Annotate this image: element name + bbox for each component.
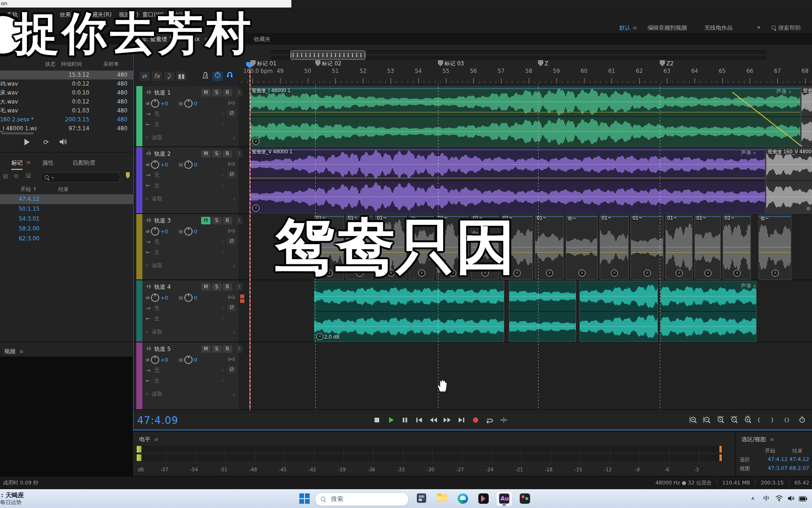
pan-envelope-line[interactable]: [666, 252, 692, 253]
tab-favorites[interactable]: 收藏夹: [254, 35, 271, 43]
transport-loop-playback-button[interactable]: [484, 415, 495, 426]
timeline-overview-scrollbar[interactable]: [271, 50, 767, 60]
search-dropdown-arrow[interactable]: ▾: [52, 175, 54, 180]
workspace-tab-1[interactable]: 编辑音频到视频: [648, 24, 687, 32]
pan-knob[interactable]: [184, 160, 193, 169]
clip-track3-13[interactable]: 01~ıl: [723, 214, 751, 280]
files-hscrollbar[interactable]: [1, 132, 34, 135]
transport-zoom-out-vertical-button[interactable]: [701, 415, 713, 426]
record-arm-button[interactable]: R: [223, 150, 232, 158]
marker-add-icon[interactable]: ▤: [3, 173, 8, 179]
clip-track3-7[interactable]: 01~ıl: [535, 214, 564, 280]
transport-skip-selection-button[interactable]: [498, 415, 509, 426]
taskbar-widget-line1[interactable]: : 天蝎座: [1, 491, 24, 500]
file-row-5[interactable]: 160 2.sesx *200:3.15480: [0, 115, 133, 124]
file-row-2[interactable]: 床.wav0:0.10480: [0, 88, 133, 97]
clip-track3-8[interactable]: 你~ıl: [566, 214, 598, 280]
pan-dropdown-track4[interactable]: 声像 ∨: [741, 282, 756, 289]
file-row-1[interactable]: 鸡.wav0:0.12480: [0, 79, 133, 88]
markers-panel-menu-icon[interactable]: ≡: [26, 159, 31, 166]
volume-knob[interactable]: [151, 99, 159, 108]
clip-track1-main[interactable]: 鸳鸯债_I 48000 1ıl: [250, 87, 801, 147]
input-monitor-button[interactable]: I: [236, 89, 242, 96]
clip-track4-1[interactable]: [509, 281, 576, 342]
transport-zoom-out-horizontal-button[interactable]: [728, 415, 740, 426]
levels-menu-icon[interactable]: ≡: [154, 437, 158, 443]
input-monitor-button[interactable]: I: [236, 345, 242, 353]
volume-envelope-line[interactable]: [250, 150, 765, 150]
transport-zoom-selection-button[interactable]: {}: [782, 415, 795, 426]
clip-track3-14[interactable]: 你~ıl: [758, 214, 791, 280]
loop-playback-icon[interactable]: ⟳: [43, 138, 49, 146]
clip-gain-knob[interactable]: ıl: [772, 270, 779, 277]
transport-fast-forward-button[interactable]: [441, 415, 453, 426]
marker-row-4[interactable]: 62:3.00: [0, 234, 133, 244]
track-automation-row[interactable]: ›读取∨: [146, 262, 237, 270]
solo-button[interactable]: S: [212, 283, 221, 291]
marker-export-icon[interactable]: 🖫: [25, 173, 31, 179]
fx-rack-icon[interactable]: fx: [152, 71, 162, 81]
monitor-icon[interactable]: ((•)): [228, 229, 234, 233]
clip-gain-knob[interactable]: ıl: [316, 333, 323, 340]
track-output-row[interactable]: ←主›: [146, 182, 237, 190]
clip-gain-knob[interactable]: ıl: [252, 205, 259, 212]
clip-track3-10[interactable]: 01~ıl: [631, 214, 664, 280]
volume-knob[interactable]: [151, 356, 159, 364]
pan-envelope-line[interactable]: [723, 252, 750, 253]
pan-knob[interactable]: [184, 227, 193, 236]
workspace-overflow-chevron[interactable]: »: [757, 24, 760, 31]
record-arm-button[interactable]: R: [223, 283, 232, 291]
clip-track1-right[interactable]: 鸳鸯债 160_I 48000 1: [801, 87, 812, 147]
timeline-marker-3[interactable]: 标记 03: [438, 60, 464, 68]
clip-gain-knob[interactable]: ıl: [734, 270, 741, 277]
track-input-row[interactable]: →无›Ø: [146, 305, 237, 313]
pan-dropdown-track1[interactable]: 声像 ∨: [776, 88, 791, 95]
taskbar-app-icon-media[interactable]: [476, 491, 492, 506]
pan-envelope-line[interactable]: [600, 252, 628, 253]
marker-flag-icon[interactable]: [438, 60, 443, 66]
marker-flag-icon[interactable]: [126, 172, 130, 179]
timeline-marker-1[interactable]: 标记 01: [250, 60, 276, 68]
pan-dropdown-track2[interactable]: 声像 ∨: [741, 149, 756, 156]
marker-row-0[interactable]: 47:4.12: [0, 194, 133, 204]
taskbar-app-icon-edge[interactable]: [455, 491, 471, 506]
track-header-3[interactable]: 轨道 3MSRIııılı+0|ı|ı|0((•))→无›Ø←主››读取∨: [136, 214, 239, 279]
phase-icon[interactable]: Ø: [227, 304, 236, 311]
taskbar-app-icon-widgets[interactable]: [414, 491, 429, 506]
markers-search-input[interactable]: ▾: [40, 172, 120, 183]
file-row-0[interactable]: 15:3.12480: [0, 71, 133, 79]
clip-gain-knob[interactable]: ıl: [704, 270, 711, 277]
marker-row-1[interactable]: 50:1.15: [0, 204, 133, 214]
transport-zoom-in-vertical-button[interactable]: [687, 415, 699, 426]
transport-zoom-in-point-left-button[interactable]: {: [755, 415, 767, 426]
track-header-2[interactable]: 轨道 2MSRIııılı+0|ı|ı|0((•))→无›Ø←主››读取∨: [136, 147, 239, 213]
track-input-row[interactable]: →无›Ø: [146, 172, 237, 180]
solo-button[interactable]: S: [212, 89, 221, 96]
clip-track2-main[interactable]: 鸳鸯债_V 48000 1ıl: [250, 148, 765, 214]
pan-knob[interactable]: [184, 356, 193, 364]
clip-track4-0[interactable]: ıl2.0 dB: [314, 281, 504, 342]
pan-envelope-line[interactable]: [695, 252, 720, 253]
transport-skip-to-end-button[interactable]: [455, 415, 467, 426]
track-header-1[interactable]: 轨道 1MSRIııılı+0|ı|ı|0((•))→无›Ø←主››读取∨: [136, 86, 239, 146]
clip-gain-knob[interactable]: ıl: [676, 270, 683, 277]
pan-envelope-line[interactable]: [566, 252, 597, 253]
marker-flag-icon[interactable]: [315, 60, 320, 66]
file-row-3[interactable]: 大.wav0:0.12480: [0, 97, 133, 106]
workspace-tab-0[interactable]: 默认 ≡: [619, 24, 637, 32]
timeline-marker-5[interactable]: Z2: [660, 60, 673, 68]
mute-button[interactable]: M: [201, 89, 211, 96]
markers-column-start[interactable]: 开始 ↑: [21, 186, 37, 193]
track-automation-row[interactable]: ›读取∨: [146, 195, 237, 204]
volume-knob[interactable]: [151, 160, 159, 169]
record-arm-button[interactable]: R: [223, 217, 232, 224]
markers-column-end[interactable]: 结束: [58, 186, 69, 193]
marker-flag-icon[interactable]: [538, 60, 543, 66]
marker-row-3[interactable]: 58:2.00: [0, 224, 133, 234]
input-monitor-button[interactable]: I: [236, 283, 242, 291]
tab-video[interactable]: 视频≡: [4, 348, 23, 356]
tab-match-loudness[interactable]: 匹配响度: [73, 159, 95, 167]
transport-zoom-timed-button[interactable]: [796, 415, 808, 426]
slip-tool-icon[interactable]: ▮▮: [176, 71, 187, 81]
taskbar-app-icon-audition[interactable]: Au: [496, 491, 512, 506]
